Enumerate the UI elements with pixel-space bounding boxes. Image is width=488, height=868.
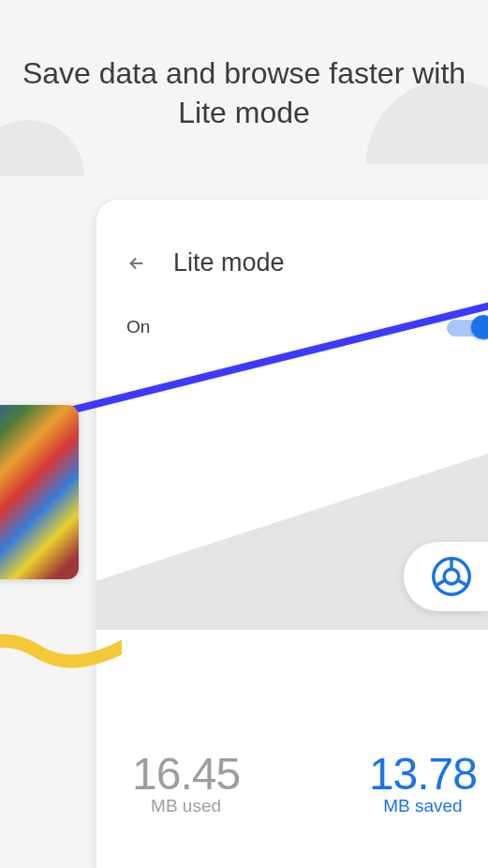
stat-saved-label: MB saved: [369, 796, 477, 816]
stat-used-value: 16.45: [132, 748, 240, 800]
svg-point-1: [444, 569, 459, 584]
stat-saved-value: 13.78: [369, 748, 477, 800]
chrome-icon: [432, 557, 471, 596]
data-stats: 16.45 MB used 13.78 MB saved: [96, 748, 488, 816]
card-title: Lite mode: [173, 248, 285, 277]
decorative-wave: [0, 619, 122, 684]
lite-mode-toggle-row: On: [96, 304, 488, 358]
toggle-label: On: [126, 317, 150, 337]
card-header: Lite mode: [96, 200, 488, 304]
stat-used: 16.45 MB used: [132, 748, 240, 816]
back-arrow-icon[interactable]: [126, 253, 147, 274]
chrome-button[interactable]: [404, 542, 488, 611]
page-title: Save data and browse faster with Lite mo…: [0, 54, 488, 132]
stat-saved: 13.78 MB saved: [369, 748, 477, 816]
image-thumbnail: [0, 405, 79, 579]
